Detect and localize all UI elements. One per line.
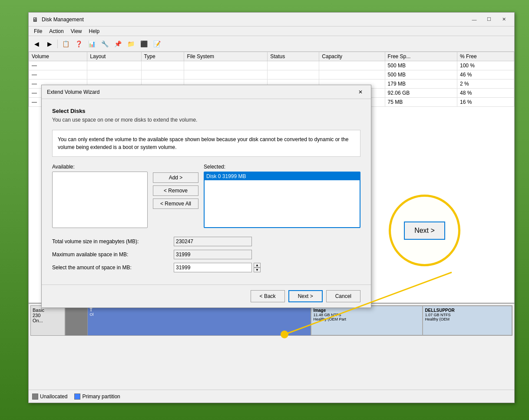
dialog-description: You can use space on one or more disks t… [52, 117, 360, 123]
col-filesystem: File System [184, 52, 268, 61]
middle-buttons: Add > < Remove < Remove All [153, 172, 198, 209]
remove-button[interactable]: < Remove [153, 185, 198, 196]
back-button[interactable]: ◀ [30, 38, 43, 50]
cell-layout [87, 61, 141, 70]
dialog-close-button[interactable]: ✕ [355, 88, 366, 96]
legend-primary: Primary partition [74, 394, 120, 400]
selected-label: Selected: [204, 164, 360, 170]
menu-bar: File Action View Help [29, 26, 514, 36]
space-amount-row: Select the amount of space in MB: ▲ ▼ [52, 263, 360, 272]
dialog-body: Select Disks You can use space on one or… [42, 99, 371, 284]
table-row[interactable]: — 500 MB 100 % [29, 61, 514, 70]
window-title: Disk Management [42, 17, 467, 23]
total-volume-row: Total volume size in megabytes (MB): [52, 237, 360, 246]
disk-select-area: Available: Add > < Remove < Remove All S… [52, 164, 360, 228]
max-space-row: Maximum available space in MB: [52, 250, 360, 259]
cell-pct: 46 % [457, 70, 514, 79]
cell-volume: — [29, 70, 87, 79]
next-button[interactable]: Next > [288, 290, 323, 302]
col-free: Free Sp... [385, 52, 457, 61]
dialog-info-box: You can only extend the volume to the av… [52, 130, 360, 157]
minimize-button[interactable]: — [467, 15, 481, 24]
space-amount-value: ▲ ▼ [174, 263, 360, 272]
legend-unalloc-box [32, 394, 38, 400]
partition-primary: T Ol [88, 306, 311, 335]
disk-label-text: Basic230On... [33, 308, 63, 323]
dialog-section-title: Select Disks [52, 108, 360, 114]
add-button[interactable]: Add > [153, 172, 198, 183]
partition-status: Healthy (OEM Part [313, 317, 420, 321]
spin-control: ▲ ▼ [254, 263, 261, 272]
col-capacity: Capacity [319, 52, 385, 61]
cell-type [141, 61, 184, 70]
back-button[interactable]: < Back [251, 290, 285, 302]
space-amount-input[interactable] [174, 263, 252, 272]
cell-pct: 16 % [457, 98, 514, 107]
spin-down-button[interactable]: ▼ [254, 268, 261, 272]
toolbar-btn-8[interactable]: 📝 [151, 38, 163, 50]
toolbar-btn-6[interactable]: 📁 [125, 38, 137, 50]
partition-name: Image [313, 308, 420, 313]
col-status: Status [268, 52, 319, 61]
space-amount-label: Select the amount of space in MB: [52, 265, 174, 271]
partition-name: DELLSUPPOR [425, 308, 510, 313]
toolbar-btn-3[interactable]: 📊 [86, 38, 98, 50]
menu-view[interactable]: View [67, 27, 86, 35]
available-listbox[interactable] [52, 172, 148, 228]
extend-volume-dialog[interactable]: Extend Volume Wizard ✕ Select Disks You … [41, 85, 371, 308]
toolbar: ◀ ▶ 📋 ❓ 📊 🔧 📌 📁 ⬛ 📝 [29, 36, 514, 52]
maximize-button[interactable]: ☐ [482, 15, 496, 24]
col-type: Type [141, 52, 184, 61]
cell-free: 92.06 GB [385, 89, 457, 98]
dialog-footer: < Back Next > Cancel [42, 284, 371, 308]
cell-status [268, 61, 319, 70]
cell-pct: 2 % [457, 79, 514, 89]
cell-free: 500 MB [385, 61, 457, 70]
partition-status: Healthy (OEM [425, 317, 510, 321]
disk-view: Basic230On... T Ol Image 11.48 GB NTFS H… [29, 303, 514, 390]
title-bar: 🖥 Disk Management — ☐ ✕ [29, 13, 514, 26]
toolbar-btn-2[interactable]: ❓ [73, 38, 85, 50]
partition-size: 1.07 GB NTFS [425, 313, 510, 317]
toolbar-btn-1[interactable]: 📋 [60, 38, 72, 50]
col-pct: % Free [457, 52, 514, 61]
toolbar-separator-1 [57, 40, 58, 48]
table-row[interactable]: — 500 MB 46 % [29, 70, 514, 79]
max-space-input[interactable] [174, 250, 252, 259]
forward-button[interactable]: ▶ [43, 38, 56, 50]
selected-disk-item[interactable]: Disk 0 31999 MB [205, 172, 360, 180]
partition-size: 11.48 GB NTFS [313, 313, 420, 317]
selected-listbox[interactable]: Disk 0 31999 MB [204, 172, 360, 228]
legend-unallocated: Unallocated [32, 394, 67, 400]
partition-dellsupport: DELLSUPPOR 1.07 GB NTFS Healthy (OEM [423, 306, 512, 335]
toolbar-btn-4[interactable]: 🔧 [99, 38, 111, 50]
available-label: Available: [52, 164, 148, 170]
toolbar-btn-5[interactable]: 📌 [112, 38, 124, 50]
cell-volume: — [29, 61, 87, 70]
window-controls: — ☐ ✕ [467, 15, 511, 24]
disk-label: Basic230On... [30, 305, 65, 336]
toolbar-btn-7[interactable]: ⬛ [138, 38, 150, 50]
available-list-container: Available: [52, 164, 148, 228]
cancel-button[interactable]: Cancel [326, 290, 360, 302]
remove-all-button[interactable]: < Remove All [153, 198, 198, 209]
disk-partitions: T Ol Image 11.48 GB NTFS Healthy (OEM Pa… [65, 305, 512, 336]
menu-help[interactable]: Help [86, 27, 103, 35]
disk-row-0: Basic230On... T Ol Image 11.48 GB NTFS H… [30, 305, 512, 336]
legend-primary-box [74, 394, 80, 400]
col-volume: Volume [29, 52, 87, 61]
partition-image: Image 11.48 GB NTFS Healthy (OEM Part [311, 306, 423, 335]
total-volume-input[interactable] [174, 237, 252, 246]
app-icon: 🖥 [32, 16, 39, 23]
partition-unalloc [66, 306, 88, 335]
total-volume-label: Total volume size in megabytes (MB): [52, 238, 174, 245]
cell-pct: 48 % [457, 89, 514, 98]
max-space-label: Maximum available space in MB: [52, 251, 174, 258]
close-button[interactable]: ✕ [497, 15, 511, 24]
selected-list-container: Selected: Disk 0 31999 MB [204, 164, 360, 228]
partition-name: T [89, 308, 309, 312]
spin-up-button[interactable]: ▲ [254, 263, 261, 268]
menu-action[interactable]: Action [46, 27, 67, 35]
menu-file[interactable]: File [30, 27, 46, 35]
dialog-title-bar: Extend Volume Wizard ✕ [42, 85, 371, 99]
